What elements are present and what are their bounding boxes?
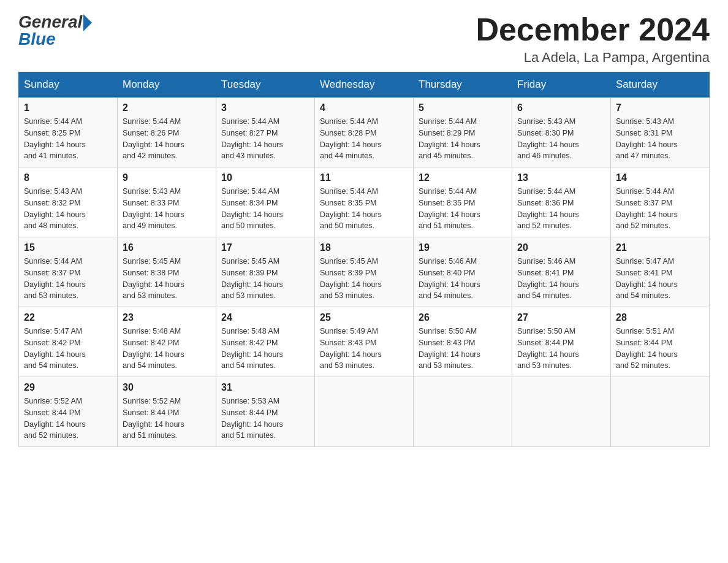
day-info: Sunrise: 5:44 AM Sunset: 8:29 PM Dayligh… bbox=[419, 116, 507, 162]
calendar-cell: 12 Sunrise: 5:44 AM Sunset: 8:35 PM Dayl… bbox=[414, 167, 512, 237]
day-info: Sunrise: 5:45 AM Sunset: 8:38 PM Dayligh… bbox=[123, 256, 211, 302]
calendar-cell: 21 Sunrise: 5:47 AM Sunset: 8:41 PM Dayl… bbox=[611, 237, 710, 307]
day-number: 10 bbox=[221, 172, 309, 183]
calendar-cell bbox=[315, 377, 414, 447]
day-number: 11 bbox=[320, 172, 408, 183]
day-number: 26 bbox=[419, 312, 507, 323]
page-header: General Blue December 2024 La Adela, La … bbox=[18, 12, 710, 66]
day-info: Sunrise: 5:47 AM Sunset: 8:41 PM Dayligh… bbox=[616, 256, 704, 302]
calendar-cell: 5 Sunrise: 5:44 AM Sunset: 8:29 PM Dayli… bbox=[414, 98, 512, 167]
day-info: Sunrise: 5:44 AM Sunset: 8:36 PM Dayligh… bbox=[517, 186, 605, 232]
day-number: 6 bbox=[517, 102, 605, 113]
calendar-cell: 14 Sunrise: 5:44 AM Sunset: 8:37 PM Dayl… bbox=[611, 167, 710, 237]
calendar-cell: 7 Sunrise: 5:43 AM Sunset: 8:31 PM Dayli… bbox=[611, 98, 710, 167]
day-info: Sunrise: 5:43 AM Sunset: 8:32 PM Dayligh… bbox=[24, 186, 112, 232]
day-header-thursday: Thursday bbox=[414, 72, 512, 98]
calendar-cell: 1 Sunrise: 5:44 AM Sunset: 8:25 PM Dayli… bbox=[19, 98, 118, 167]
day-number: 1 bbox=[24, 102, 112, 113]
day-info: Sunrise: 5:43 AM Sunset: 8:31 PM Dayligh… bbox=[616, 116, 704, 162]
calendar-cell bbox=[414, 377, 512, 447]
calendar-cell: 8 Sunrise: 5:43 AM Sunset: 8:32 PM Dayli… bbox=[19, 167, 118, 237]
day-info: Sunrise: 5:45 AM Sunset: 8:39 PM Dayligh… bbox=[221, 256, 309, 302]
calendar-cell: 6 Sunrise: 5:43 AM Sunset: 8:30 PM Dayli… bbox=[512, 98, 611, 167]
day-number: 24 bbox=[221, 312, 309, 323]
day-header-tuesday: Tuesday bbox=[216, 72, 315, 98]
day-info: Sunrise: 5:52 AM Sunset: 8:44 PM Dayligh… bbox=[24, 396, 112, 442]
day-info: Sunrise: 5:46 AM Sunset: 8:41 PM Dayligh… bbox=[517, 256, 605, 302]
day-info: Sunrise: 5:44 AM Sunset: 8:35 PM Dayligh… bbox=[320, 186, 408, 232]
calendar-cell: 19 Sunrise: 5:46 AM Sunset: 8:40 PM Dayl… bbox=[414, 237, 512, 307]
calendar-cell: 25 Sunrise: 5:49 AM Sunset: 8:43 PM Dayl… bbox=[315, 307, 414, 377]
calendar-cell: 20 Sunrise: 5:46 AM Sunset: 8:41 PM Dayl… bbox=[512, 237, 611, 307]
calendar-cell bbox=[611, 377, 710, 447]
day-number: 30 bbox=[123, 382, 211, 393]
calendar-cell: 23 Sunrise: 5:48 AM Sunset: 8:42 PM Dayl… bbox=[118, 307, 216, 377]
day-number: 7 bbox=[616, 102, 704, 113]
day-info: Sunrise: 5:49 AM Sunset: 8:43 PM Dayligh… bbox=[320, 326, 408, 372]
day-number: 8 bbox=[24, 172, 112, 183]
calendar-cell: 28 Sunrise: 5:51 AM Sunset: 8:44 PM Dayl… bbox=[611, 307, 710, 377]
day-number: 22 bbox=[24, 312, 112, 323]
title-section: December 2024 La Adela, La Pampa, Argent… bbox=[476, 12, 710, 66]
calendar-header-row: SundayMondayTuesdayWednesdayThursdayFrid… bbox=[19, 72, 710, 98]
day-number: 28 bbox=[616, 312, 704, 323]
day-info: Sunrise: 5:44 AM Sunset: 8:25 PM Dayligh… bbox=[24, 116, 112, 162]
day-number: 20 bbox=[517, 242, 605, 253]
day-number: 31 bbox=[221, 382, 309, 393]
calendar-cell: 3 Sunrise: 5:44 AM Sunset: 8:27 PM Dayli… bbox=[216, 98, 315, 167]
calendar-cell: 29 Sunrise: 5:52 AM Sunset: 8:44 PM Dayl… bbox=[19, 377, 118, 447]
day-header-wednesday: Wednesday bbox=[315, 72, 414, 98]
calendar-week-row: 8 Sunrise: 5:43 AM Sunset: 8:32 PM Dayli… bbox=[19, 167, 710, 237]
day-info: Sunrise: 5:46 AM Sunset: 8:40 PM Dayligh… bbox=[419, 256, 507, 302]
calendar-week-row: 1 Sunrise: 5:44 AM Sunset: 8:25 PM Dayli… bbox=[19, 98, 710, 167]
day-header-monday: Monday bbox=[118, 72, 216, 98]
day-header-friday: Friday bbox=[512, 72, 611, 98]
day-info: Sunrise: 5:44 AM Sunset: 8:28 PM Dayligh… bbox=[320, 116, 408, 162]
day-number: 25 bbox=[320, 312, 408, 323]
calendar-cell: 15 Sunrise: 5:44 AM Sunset: 8:37 PM Dayl… bbox=[19, 237, 118, 307]
day-info: Sunrise: 5:44 AM Sunset: 8:34 PM Dayligh… bbox=[221, 186, 309, 232]
day-number: 18 bbox=[320, 242, 408, 253]
calendar-cell: 30 Sunrise: 5:52 AM Sunset: 8:44 PM Dayl… bbox=[118, 377, 216, 447]
day-number: 23 bbox=[123, 312, 211, 323]
day-number: 12 bbox=[419, 172, 507, 183]
calendar-cell: 27 Sunrise: 5:50 AM Sunset: 8:44 PM Dayl… bbox=[512, 307, 611, 377]
calendar-cell: 18 Sunrise: 5:45 AM Sunset: 8:39 PM Dayl… bbox=[315, 237, 414, 307]
logo-blue-text: Blue bbox=[18, 29, 56, 49]
day-info: Sunrise: 5:44 AM Sunset: 8:27 PM Dayligh… bbox=[221, 116, 309, 162]
calendar-week-row: 15 Sunrise: 5:44 AM Sunset: 8:37 PM Dayl… bbox=[19, 237, 710, 307]
month-title: December 2024 bbox=[476, 12, 710, 47]
day-info: Sunrise: 5:50 AM Sunset: 8:43 PM Dayligh… bbox=[419, 326, 507, 372]
day-number: 16 bbox=[123, 242, 211, 253]
day-number: 3 bbox=[221, 102, 309, 113]
day-number: 4 bbox=[320, 102, 408, 113]
calendar-cell: 11 Sunrise: 5:44 AM Sunset: 8:35 PM Dayl… bbox=[315, 167, 414, 237]
day-info: Sunrise: 5:53 AM Sunset: 8:44 PM Dayligh… bbox=[221, 396, 309, 442]
day-number: 9 bbox=[123, 172, 211, 183]
day-header-sunday: Sunday bbox=[19, 72, 118, 98]
calendar-cell: 31 Sunrise: 5:53 AM Sunset: 8:44 PM Dayl… bbox=[216, 377, 315, 447]
calendar-cell: 13 Sunrise: 5:44 AM Sunset: 8:36 PM Dayl… bbox=[512, 167, 611, 237]
day-number: 29 bbox=[24, 382, 112, 393]
calendar-cell: 4 Sunrise: 5:44 AM Sunset: 8:28 PM Dayli… bbox=[315, 98, 414, 167]
logo-triangle-icon bbox=[83, 14, 92, 31]
day-info: Sunrise: 5:44 AM Sunset: 8:37 PM Dayligh… bbox=[24, 256, 112, 302]
day-info: Sunrise: 5:45 AM Sunset: 8:39 PM Dayligh… bbox=[320, 256, 408, 302]
calendar-cell: 17 Sunrise: 5:45 AM Sunset: 8:39 PM Dayl… bbox=[216, 237, 315, 307]
day-info: Sunrise: 5:44 AM Sunset: 8:35 PM Dayligh… bbox=[419, 186, 507, 232]
day-number: 15 bbox=[24, 242, 112, 253]
day-number: 5 bbox=[419, 102, 507, 113]
day-number: 13 bbox=[517, 172, 605, 183]
day-info: Sunrise: 5:43 AM Sunset: 8:33 PM Dayligh… bbox=[123, 186, 211, 232]
day-number: 27 bbox=[517, 312, 605, 323]
day-info: Sunrise: 5:50 AM Sunset: 8:44 PM Dayligh… bbox=[517, 326, 605, 372]
day-info: Sunrise: 5:43 AM Sunset: 8:30 PM Dayligh… bbox=[517, 116, 605, 162]
calendar-cell: 24 Sunrise: 5:48 AM Sunset: 8:42 PM Dayl… bbox=[216, 307, 315, 377]
calendar-cell: 10 Sunrise: 5:44 AM Sunset: 8:34 PM Dayl… bbox=[216, 167, 315, 237]
calendar-cell: 26 Sunrise: 5:50 AM Sunset: 8:43 PM Dayl… bbox=[414, 307, 512, 377]
day-header-saturday: Saturday bbox=[611, 72, 710, 98]
calendar-cell: 2 Sunrise: 5:44 AM Sunset: 8:26 PM Dayli… bbox=[118, 98, 216, 167]
day-info: Sunrise: 5:44 AM Sunset: 8:26 PM Dayligh… bbox=[123, 116, 211, 162]
location-text: La Adela, La Pampa, Argentina bbox=[476, 50, 710, 66]
day-info: Sunrise: 5:47 AM Sunset: 8:42 PM Dayligh… bbox=[24, 326, 112, 372]
